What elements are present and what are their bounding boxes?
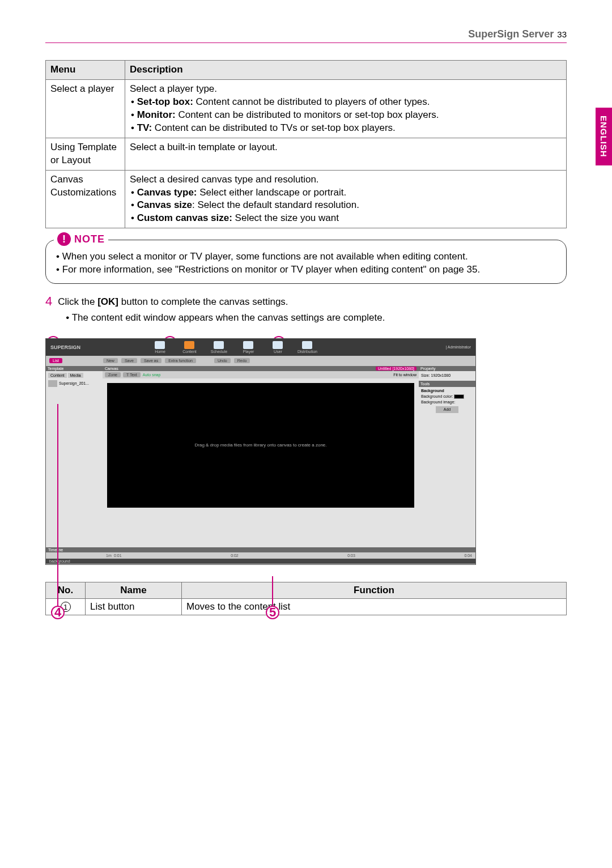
canvas-header: Canvas	[105, 367, 118, 371]
canvas-title-badge: Untitled [1920x1080]	[376, 367, 416, 371]
menu-cell: Select a player	[46, 79, 125, 138]
page-number: 33	[557, 29, 567, 39]
tab-content[interactable]: Content	[48, 373, 67, 378]
menu-header: Menu	[46, 61, 125, 80]
step-number: 4	[45, 295, 52, 325]
undo-button[interactable]: Undo	[214, 358, 231, 363]
bg-image-label: Background image:	[421, 399, 473, 405]
thumbnail-icon	[48, 380, 57, 387]
step-4: 4 Click the [OK] button to complete the …	[45, 295, 567, 325]
menu-cell: Using Template or Layout	[46, 138, 125, 170]
nav-player[interactable]: Player	[235, 341, 261, 354]
nav-distribution[interactable]: Distribution	[294, 341, 320, 354]
nav-home[interactable]: Home	[147, 341, 173, 354]
canvas-area[interactable]: Drag & drop media files from library ont…	[107, 383, 414, 508]
action-toolbar: List New Save Save as Extra function Und…	[46, 356, 475, 366]
save-as-button[interactable]: Save as	[141, 358, 162, 363]
note-item: When you select a monitor or TV player, …	[56, 250, 558, 263]
desc-cell: Select a player type. Set-top box: Conte…	[125, 79, 567, 138]
background-label: Background	[421, 389, 444, 393]
menu-cell: Canvas Customizations	[46, 170, 125, 228]
list-button[interactable]: List	[49, 358, 62, 363]
step-sub: The content edit window appears when the…	[66, 311, 385, 325]
template-panel: Template ContentMedia Supersign_201...	[46, 366, 103, 547]
app-topbar: SUPERSIGN Home Content Schedule Player U…	[46, 339, 475, 356]
ref-header-name: Name	[86, 582, 182, 598]
header-title: SuperSign Server	[468, 28, 554, 40]
extra-function-button[interactable]: Extra function	[165, 358, 196, 363]
ref-function: Moves to the content list	[182, 598, 567, 615]
nav-content[interactable]: Content	[176, 341, 202, 354]
ref-name: List button	[86, 598, 182, 615]
redo-button[interactable]: Redo	[234, 358, 250, 363]
callout-5: 5	[266, 606, 279, 619]
user-label: | Administrator	[445, 345, 471, 349]
reference-table: No. Name Function 1 List button Moves to…	[45, 582, 567, 615]
property-header: Property	[419, 366, 475, 371]
auto-snap-toggle[interactable]: Auto snap	[143, 373, 161, 377]
note-title: NOTE	[74, 233, 105, 245]
canvas-panel: Canvas Untitled [1920x1080] Zone T Text …	[103, 366, 419, 547]
template-panel-header: Template	[46, 366, 103, 371]
color-swatch[interactable]	[454, 394, 464, 399]
timeline-header: Timeline	[46, 547, 475, 552]
desc-cell: Select a desired canvas type and resolut…	[125, 170, 567, 228]
timeline-row-background[interactable]: background	[46, 559, 475, 564]
zoom-level[interactable]: 1m	[106, 554, 112, 558]
property-panel: Property Size: 1920x1080 Tools Backgroun…	[419, 366, 475, 547]
note-icon: !	[57, 232, 71, 246]
canvas-hint: Drag & drop media files from library ont…	[195, 442, 327, 448]
tools-header: Tools	[419, 381, 475, 388]
menu-description-table: Menu Description Select a player Select …	[45, 60, 567, 228]
page-header: SuperSign Server 33	[45, 28, 567, 43]
text-button[interactable]: T Text	[123, 372, 141, 377]
note-item: For more information, see "Restrictions …	[56, 263, 558, 276]
app-logo: SUPERSIGN	[50, 344, 80, 350]
fit-to-window-select[interactable]: Fit to window	[393, 373, 416, 377]
desc-cell: Select a built-in template or layout.	[125, 138, 567, 170]
nav-user[interactable]: User	[265, 341, 291, 354]
callout-4: 4	[51, 606, 65, 619]
tab-media[interactable]: Media	[68, 373, 83, 378]
timeline-panel: Timeline 1m 0:01 0:02 0:03 0:04 backgrou…	[46, 547, 475, 565]
size-label: Size: 1920x1080	[421, 373, 473, 378]
add-button[interactable]: Add	[436, 406, 458, 413]
template-item[interactable]: Supersign_201...	[48, 380, 100, 387]
screenshot-figure: 1 2 3 SUPERSIGN Home Content Schedule Pl…	[45, 338, 567, 565]
description-header: Description	[125, 61, 567, 80]
language-tab: ENGLISH	[596, 108, 612, 165]
nav-schedule[interactable]: Schedule	[206, 341, 232, 354]
ref-header-function: Function	[182, 582, 567, 598]
new-button[interactable]: New	[103, 358, 118, 363]
zone-button[interactable]: Zone	[105, 372, 121, 377]
ref-header-no: No.	[46, 582, 86, 598]
note-box: ! NOTE When you select a monitor or TV p…	[45, 240, 567, 284]
save-button[interactable]: Save	[121, 358, 137, 363]
